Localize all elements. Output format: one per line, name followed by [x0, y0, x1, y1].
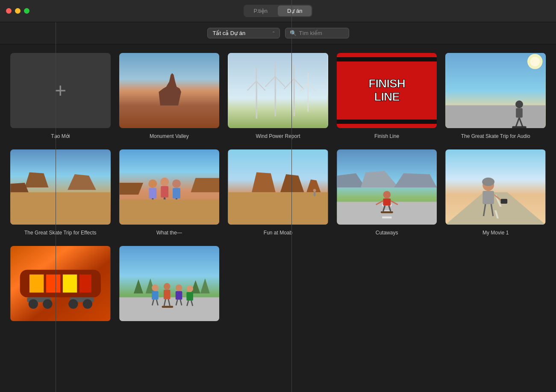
- cutaways-svg: [337, 149, 437, 225]
- project-what-the[interactable]: What the—: [119, 149, 220, 236]
- svg-rect-52: [314, 191, 315, 196]
- search-icon: 🔍: [290, 30, 297, 36]
- wind-turbines-svg: [228, 53, 328, 128]
- close-button[interactable]: [6, 8, 12, 14]
- thumb-row3-2: [119, 246, 220, 321]
- skate-effects-image: [10, 149, 111, 225]
- skate-audio-svg: [445, 53, 546, 128]
- svg-point-32: [148, 179, 157, 188]
- thumb-finish-line: FINISH LINE: [337, 53, 437, 128]
- svg-rect-106: [162, 306, 173, 307]
- thumb-monument-valley: [119, 53, 220, 128]
- svg-rect-51: [228, 192, 328, 225]
- wind-power-image: [228, 53, 328, 128]
- finish-line-bar-bottom: [337, 120, 437, 124]
- finish-line-title: FINISH LINE: [368, 77, 405, 104]
- svg-rect-103: [164, 290, 171, 299]
- project-label-skate-audio: The Great Skate Trip for Audio: [461, 133, 530, 139]
- svg-rect-99: [152, 291, 159, 300]
- search-input[interactable]: [299, 30, 342, 36]
- project-cutaways[interactable]: Cutaways: [337, 149, 437, 236]
- search-bar: 🔍: [285, 28, 349, 38]
- svg-point-62: [383, 191, 391, 199]
- project-label-wind: Wind Power Report: [256, 133, 300, 139]
- thumb-skate-effects: [10, 149, 111, 225]
- project-label-finish: Finish Line: [374, 133, 399, 139]
- thumb-cutaways: [337, 149, 437, 225]
- left-divider: [56, 22, 56, 392]
- minimize-button[interactable]: [15, 8, 21, 14]
- group-road-svg: [119, 246, 220, 321]
- project-row3-1[interactable]: [10, 246, 111, 326]
- svg-rect-88: [29, 275, 44, 293]
- projects-grid: + Tạo Mới Monument Valley: [10, 53, 546, 326]
- svg-rect-63: [383, 199, 391, 206]
- plus-icon: +: [54, 80, 66, 101]
- project-my-movie[interactable]: My Movie 1: [445, 149, 546, 236]
- project-row3-2[interactable]: [119, 246, 220, 326]
- group-road-image: [119, 246, 220, 321]
- finish-line-image: FINISH LINE: [337, 53, 437, 128]
- svg-point-36: [160, 178, 169, 186]
- thumb-wind-power: [228, 53, 328, 128]
- my-movie-image: [445, 149, 546, 225]
- svg-point-111: [186, 285, 193, 292]
- traffic-lights: [6, 8, 29, 14]
- svg-marker-44: [191, 178, 219, 192]
- svg-rect-5: [275, 76, 276, 116]
- butte-shape: [154, 71, 184, 105]
- svg-rect-18: [446, 105, 546, 128]
- project-label-my-movie: My Movie 1: [482, 230, 509, 236]
- svg-rect-0: [229, 53, 327, 128]
- tab-ptien[interactable]: P.tiện: [244, 6, 277, 16]
- tab-duan[interactable]: Dự án: [278, 6, 312, 16]
- svg-point-98: [152, 284, 159, 291]
- monument-valley-image: [119, 53, 220, 128]
- project-label-skate-effects: The Great Skate Trip for Effects: [24, 230, 97, 236]
- svg-rect-23: [512, 126, 527, 128]
- svg-rect-13: [308, 83, 309, 111]
- maximize-button[interactable]: [24, 8, 29, 14]
- thumb-fun-moab: [228, 149, 328, 225]
- svg-rect-30: [10, 192, 110, 225]
- svg-rect-9: [294, 79, 295, 116]
- finish-line-bar-top: [337, 57, 437, 61]
- svg-rect-61: [382, 216, 391, 218]
- svg-rect-79: [501, 199, 508, 204]
- content-area: + Tạo Mới Monument Valley: [0, 44, 556, 392]
- project-create-new[interactable]: + Tạo Mới: [10, 53, 111, 139]
- thumb-row3-1: [10, 246, 111, 321]
- dropdown-label: Tất cả Dự án: [213, 30, 269, 36]
- svg-point-84: [29, 299, 38, 309]
- project-fun-moab[interactable]: Fun at Moab: [228, 149, 328, 236]
- svg-rect-112: [186, 292, 193, 301]
- svg-point-102: [164, 283, 171, 290]
- project-filter-dropdown[interactable]: Tất cả Dự án ⌃: [207, 28, 280, 38]
- project-finish-line[interactable]: FINISH LINE Finish Line: [337, 53, 437, 139]
- svg-rect-75: [483, 191, 494, 204]
- svg-point-53: [313, 189, 316, 192]
- svg-rect-46: [119, 199, 219, 225]
- tab-group: P.tiện Dự án: [244, 5, 313, 17]
- svg-rect-108: [175, 291, 182, 300]
- chevron-down-icon: ⌃: [272, 31, 275, 35]
- toolbar: Tất cả Dự án ⌃ 🔍: [0, 22, 556, 44]
- project-label-what-the: What the—: [156, 230, 182, 236]
- project-label-create-new: Tạo Mới: [51, 133, 70, 139]
- svg-point-74: [482, 178, 495, 186]
- project-skate-audio[interactable]: The Great Skate Trip for Audio: [445, 53, 546, 139]
- project-skate-effects[interactable]: The Great Skate Trip for Effects: [10, 149, 111, 236]
- project-monument-valley[interactable]: Monument Valley: [119, 53, 220, 139]
- svg-rect-91: [79, 275, 91, 293]
- project-wind-power[interactable]: Wind Power Report: [228, 53, 328, 139]
- what-the-svg: [119, 149, 220, 225]
- svg-point-25: [530, 57, 540, 66]
- skate-audio-image: [445, 53, 546, 128]
- svg-rect-37: [161, 186, 168, 198]
- svg-rect-33: [149, 188, 156, 198]
- fun-moab-svg: [228, 149, 328, 225]
- svg-rect-41: [173, 188, 180, 198]
- center-divider: [291, 0, 292, 392]
- thumb-my-movie: [445, 149, 546, 225]
- project-label-cutaways: Cutaways: [376, 230, 398, 236]
